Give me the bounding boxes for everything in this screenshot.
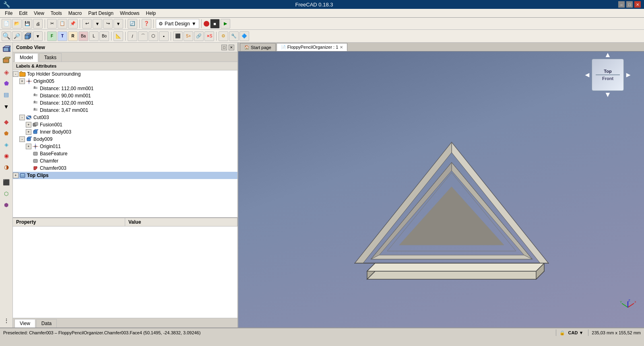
menu-help[interactable]: Help — [143, 10, 159, 17]
tab-start-page[interactable]: 🏠 Start page — [240, 43, 276, 51]
part-body-button[interactable]: ⬛ — [173, 31, 183, 41]
lt-btn-5[interactable]: ▤ — [1, 89, 12, 100]
cut-button[interactable]: ✂ — [47, 19, 57, 29]
tree-item-dist2[interactable]: Distance: 90,00 mm001 — [13, 92, 237, 99]
minimize-button[interactable]: – — [618, 1, 625, 8]
close-button[interactable]: ✕ — [634, 1, 641, 8]
tree-item-cut003[interactable]: -Cut003 — [13, 114, 237, 121]
tab-model[interactable]: Model — [14, 53, 38, 62]
paste-button[interactable]: 📌 — [68, 19, 78, 29]
new-button[interactable]: 📄 — [2, 19, 11, 29]
lt-btn-8[interactable]: ◈ — [1, 139, 12, 150]
nav-cube-face[interactable]: Top Front — [592, 59, 624, 91]
tree-item-top-clips[interactable]: +Top Clips — [13, 172, 237, 179]
arc-button[interactable]: ⌒ — [138, 31, 148, 41]
tree-item-fusion001[interactable]: +Fusion001 — [13, 121, 237, 128]
part-button[interactable]: ⚙ — [219, 31, 228, 41]
sketch-button[interactable]: 📐 — [114, 31, 123, 41]
stop-macro-button[interactable]: ■ — [210, 19, 220, 29]
workbench-dropdown[interactable]: ⚙ Part Design ▼ — [156, 19, 199, 29]
tab-floppy-close[interactable]: ✕ — [340, 45, 343, 49]
lt-btn-1[interactable] — [1, 44, 12, 55]
redo-button[interactable]: ↪ — [103, 19, 113, 29]
print-button[interactable]: 🖨 — [33, 19, 43, 29]
lt-btn-13[interactable]: ⬢ — [1, 200, 12, 210]
tree-item-body009[interactable]: -Body009 — [13, 136, 237, 143]
tree-item-dist1[interactable]: Distance: 112,00 mm001 — [13, 85, 237, 92]
tree-item-dist3[interactable]: Distance: 102,00 mm001 — [13, 99, 237, 107]
bottom-tab-data[interactable]: Data — [36, 319, 57, 327]
close-sketch-button[interactable]: ✕S — [204, 31, 214, 41]
lt-btn-2[interactable] — [1, 56, 12, 66]
menu-edit[interactable]: Edit — [16, 10, 31, 17]
refresh-button[interactable]: 🔄 — [128, 19, 137, 29]
redo-dropdown[interactable]: ▼ — [114, 19, 123, 29]
new-sketch-button[interactable]: S+ — [184, 31, 193, 41]
menu-windows[interactable]: Windows — [117, 10, 143, 17]
tree-toggle-inner-body003[interactable]: + — [26, 129, 31, 135]
copy-button[interactable]: 📋 — [58, 19, 67, 29]
tree-item-inner-body003[interactable]: +Inner Body003 — [13, 128, 237, 136]
lt-btn-7[interactable]: ⬟ — [1, 128, 12, 138]
undo-dropdown[interactable]: ▼ — [93, 19, 102, 29]
tree-toggle-top-clips[interactable]: + — [13, 173, 19, 178]
tree-toggle-origin011[interactable]: + — [26, 144, 31, 149]
back-view-button[interactable]: Ba — [78, 31, 88, 41]
point-button[interactable]: • — [159, 31, 169, 41]
cube-view-button[interactable] — [23, 31, 32, 41]
menu-tools[interactable]: Tools — [47, 10, 65, 17]
tree-item-chamfer[interactable]: Chamfer — [13, 157, 237, 165]
play-script-button[interactable]: ▶ — [221, 19, 230, 29]
tree-toggle-origin005[interactable]: + — [19, 78, 25, 84]
bottom-view-button[interactable]: Bo — [99, 31, 109, 41]
status-mode-dropdown[interactable]: ▼ — [579, 330, 583, 335]
tree-item-chamfer003[interactable]: Chamfer003 — [13, 165, 237, 172]
maximize-button[interactable]: □ — [626, 1, 633, 8]
right-view-button[interactable]: R — [68, 31, 78, 41]
panel-float-button[interactable]: □ — [221, 45, 227, 50]
bottom-tab-view[interactable]: View — [14, 319, 35, 327]
cube-dropdown[interactable]: ▼ — [33, 31, 43, 41]
tab-tasks[interactable]: Tasks — [39, 53, 62, 62]
open-button[interactable]: 📂 — [12, 19, 22, 29]
menu-macro[interactable]: Macro — [65, 10, 85, 17]
lt-btn-3[interactable]: ◈ — [1, 67, 12, 77]
topo-button[interactable]: 🔷 — [239, 31, 249, 41]
undo-button[interactable]: ↩ — [82, 19, 92, 29]
help-button[interactable]: ❓ — [142, 19, 151, 29]
menu-part design[interactable]: Part Design — [85, 10, 117, 17]
nav-cube[interactable]: ▲ ▼ ◄ ► Top Front — [584, 51, 632, 99]
fit-all-button[interactable]: 🔍 — [2, 31, 11, 41]
lt-btn-12[interactable]: ⬡ — [1, 188, 12, 199]
line-button[interactable]: / — [128, 31, 137, 41]
tree-item-origin005[interactable]: +Origin005 — [13, 78, 237, 85]
tree-toggle-cut003[interactable]: - — [19, 115, 25, 120]
lt-btn-more[interactable]: ⋮ — [1, 315, 12, 326]
tree-toggle-top-holder[interactable]: - — [13, 71, 19, 77]
polygon-button[interactable]: ⬡ — [149, 31, 158, 41]
menu-file[interactable]: File — [2, 10, 16, 17]
menu-view[interactable]: View — [31, 10, 47, 17]
viewport[interactable]: 🏠 Start page 📄 FloppyPencilOrganizer : 1… — [238, 43, 644, 327]
tree-toggle-body009[interactable]: - — [19, 136, 25, 142]
tab-floppy[interactable]: 📄 FloppyPencilOrganizer : 1 ✕ — [277, 43, 348, 51]
left-view-button[interactable]: L — [89, 31, 99, 41]
assembly-button[interactable]: 🔧 — [229, 31, 239, 41]
lt-btn-10[interactable]: ◑ — [1, 162, 12, 172]
nav-down-arrow[interactable]: ▼ — [604, 91, 611, 99]
lt-btn-9[interactable]: ◉ — [1, 150, 12, 161]
tree-toggle-fusion001[interactable]: + — [26, 122, 31, 128]
lt-btn-11[interactable]: ⬛ — [1, 177, 12, 187]
nav-up-arrow[interactable]: ▲ — [604, 51, 611, 59]
front-view-button[interactable]: F — [47, 31, 57, 41]
zoom-button[interactable]: 🔎 — [12, 31, 22, 41]
tree-item-basefeature[interactable]: BaseFeature — [13, 150, 237, 157]
nav-right-arrow[interactable]: ► — [625, 71, 632, 79]
tree-item-top-holder[interactable]: -Top Holder Sourrounding — [13, 70, 237, 78]
tree-view[interactable]: -Top Holder Sourrounding+Origin005Distan… — [13, 70, 237, 217]
attach-button[interactable]: 🔗 — [194, 31, 204, 41]
lt-btn-4[interactable]: ⬟ — [1, 78, 12, 89]
lt-btn-expand[interactable]: ▼ — [1, 101, 12, 112]
panel-close-button[interactable]: ✕ — [229, 45, 234, 50]
nav-left-arrow[interactable]: ◄ — [584, 71, 591, 79]
